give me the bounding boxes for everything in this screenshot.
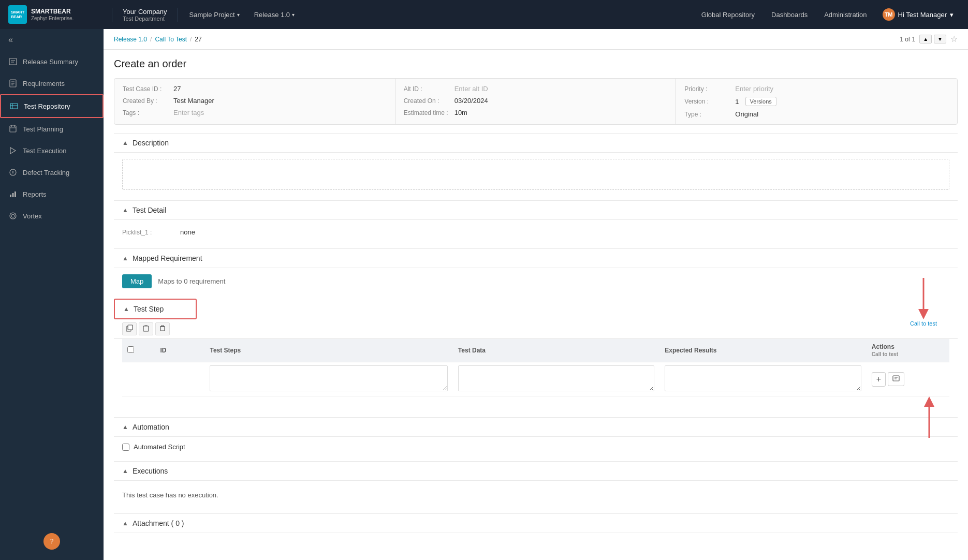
attachment-section: ▲ Attachment ( 0 ) [114,513,958,533]
app-subtitle: Zephyr Enterprise. [31,16,74,21]
picklist-value: none [180,228,195,236]
attachment-section-header[interactable]: ▲ Attachment ( 0 ) [114,513,958,533]
test-detail-label: Test Detail [133,206,166,214]
versions-button[interactable]: Versions [745,97,776,106]
release-nav[interactable]: Release 1.0 ▾ [247,7,302,23]
svg-rect-18 [10,195,11,197]
metadata-card: Test Case ID : 27 Created By : Test Mana… [114,78,958,125]
description-label: Description [133,139,169,147]
type-value: Original [735,110,758,118]
favorite-button[interactable]: ☆ [950,34,958,44]
sidebar-item-requirements[interactable]: Requirements [0,72,104,94]
type-label: Type : [684,111,731,118]
page-body: Create an order Test Case ID : 27 Create… [104,50,968,546]
logo-icon: SMARTBEAR [8,5,27,24]
step-actions-cell: + [867,362,949,396]
test-detail-section-header[interactable]: ▲ Test Detail [114,200,958,220]
paste-step-button[interactable] [139,322,153,335]
test-case-id-label: Test Case ID : [123,85,169,93]
description-editor[interactable] [122,159,949,190]
breadcrumb-right: 1 of 1 ▲ ▼ ☆ [900,34,958,44]
svg-rect-29 [893,376,899,381]
estimated-time-value: 10m [454,109,467,116]
svg-marker-24 [918,309,929,319]
help-button[interactable]: ? [43,533,60,550]
global-repository-link[interactable]: Global Repository [694,7,762,23]
sidebar: « Release Summary Requirements Test Repo… [0,29,104,560]
prev-arrow-button[interactable]: ▲ [919,35,932,43]
alt-id-label: Alt ID : [404,85,450,93]
test-detail-section: ▲ Test Detail Picklist_1 : none [114,200,958,244]
dashboards-link[interactable]: Dashboards [764,7,815,23]
mapped-requirement-header[interactable]: ▲ Mapped Requirement [114,248,958,268]
test-execution-icon [8,146,18,155]
executions-section-header[interactable]: ▲ Executions [114,461,958,481]
copy-step-button[interactable] [122,322,137,335]
test-step-section-header[interactable]: ▲ Test Step [114,299,197,319]
breadcrumb-call-to-test[interactable]: Call To Test [155,36,187,43]
next-arrow-button[interactable]: ▼ [934,35,946,43]
step-toolbar [114,319,958,339]
sample-project-nav[interactable]: Sample Project ▾ [182,7,247,23]
sidebar-item-test-planning[interactable]: Test Planning [0,118,104,140]
step-table-header-row: ID Test Steps Test Data Expected Results… [122,339,949,362]
expected-results-input[interactable] [665,365,861,391]
mapped-requirement-chevron: ▲ [122,255,128,262]
red-arrow-down-icon [916,278,931,319]
user-menu-button[interactable]: TM Hi Test Manager ▾ [876,4,960,25]
nav-right-links: Global Repository Dashboards Administrat… [694,4,960,25]
test-step-section: ▲ Test Step Call to test [114,299,958,396]
priority-label: Priority : [684,85,731,93]
test-step-input[interactable] [210,365,447,391]
step-table: ID Test Steps Test Data Expected Results… [122,339,949,396]
priority-input[interactable]: Enter priority [735,85,773,93]
test-detail-chevron: ▲ [122,207,128,214]
test-data-input[interactable] [458,365,655,391]
requirements-icon [8,79,18,88]
select-all-steps-checkbox[interactable] [127,346,134,353]
sidebar-item-reports[interactable]: Reports [0,183,104,205]
pagination-text: 1 of 1 [900,36,915,43]
executions-section: ▲ Executions This test case has no execu… [114,461,958,509]
main-content: Release 1.0 / Call To Test / 27 1 of 1 ▲… [104,29,968,560]
breadcrumb-release[interactable]: Release 1.0 [114,36,147,43]
actions-header: Actions Call to test [867,339,949,362]
administration-link[interactable]: Administration [817,7,874,23]
svg-marker-14 [10,148,16,154]
defect-tracking-icon [8,168,18,177]
top-navigation: SMARTBEAR SMARTBEAR Zephyr Enterprise. Y… [0,0,968,29]
alt-id-input[interactable]: Enter alt ID [454,85,488,93]
attachment-label: Attachment ( 0 ) [133,519,184,527]
description-section: ▲ Description [114,133,958,196]
step-steps-cell [204,362,452,396]
mapped-requirement-body: Map Maps to 0 requirement [114,268,958,294]
delete-step-button[interactable] [155,322,170,335]
sidebar-item-test-repository[interactable]: Test Repository [0,94,104,118]
automation-section-header[interactable]: ▲ Automation [114,417,958,437]
version-value: 1 [735,98,739,106]
project-dropdown-arrow: ▾ [237,12,240,18]
tags-input[interactable]: Enter tags [173,109,204,116]
automated-script-checkbox[interactable] [122,444,129,451]
svg-rect-19 [12,193,14,197]
automation-body: Automated Script [114,437,958,457]
created-by-label: Created By : [123,97,169,105]
executions-label: Executions [133,467,168,475]
sidebar-item-test-execution[interactable]: Test Execution [0,140,104,161]
created-by-value: Test Manager [173,97,214,105]
add-step-button[interactable]: + [872,372,886,387]
sidebar-item-vortex[interactable]: Vortex [0,205,104,227]
map-button[interactable]: Map [122,274,152,288]
sidebar-item-defect-tracking-label: Defect Tracking [23,169,69,176]
sidebar-item-defect-tracking[interactable]: Defect Tracking [0,161,104,183]
svg-point-17 [12,173,13,174]
sidebar-toggle[interactable]: « [0,29,104,51]
sidebar-item-test-execution-label: Test Execution [23,147,67,155]
svg-point-22 [11,214,14,217]
call-to-test-top-label[interactable]: Call to test [910,320,937,327]
map-text: Maps to 0 requirement [158,277,225,285]
vortex-icon [8,211,18,220]
call-to-test-button[interactable] [888,372,904,386]
sidebar-item-release-summary[interactable]: Release Summary [0,51,104,72]
description-section-header[interactable]: ▲ Description [114,133,958,153]
